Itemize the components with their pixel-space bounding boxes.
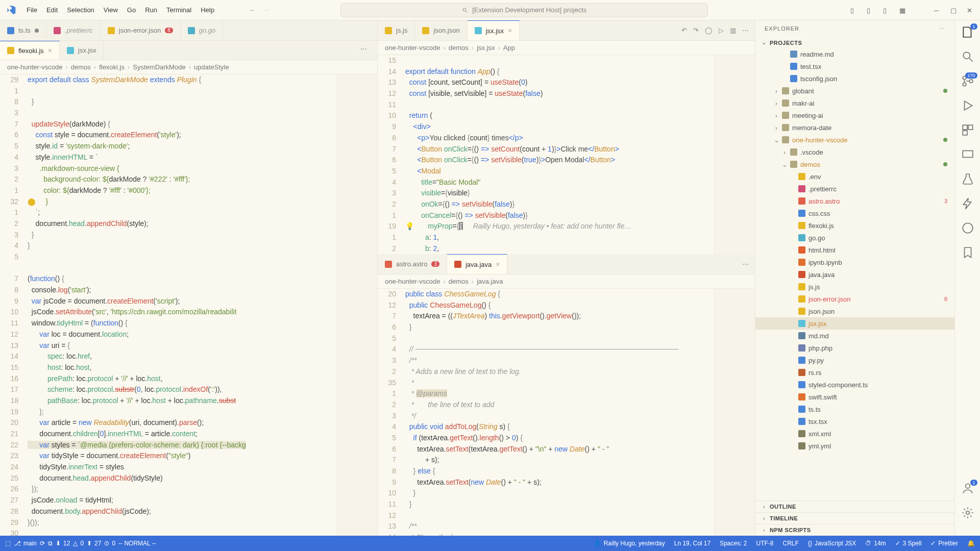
status-item[interactable]: ⧉ [48,540,53,547]
more-icon[interactable]: ⋯ [939,26,945,32]
section-npm-scripts[interactable]: ›NPM SCRIPTS [755,524,954,536]
nav-back-icon[interactable]: ← [249,6,256,14]
tree-item-css-css[interactable]: css.css [755,207,954,219]
tree-item-jsx-jsx[interactable]: jsx.jsx [755,317,954,330]
status-item[interactable]: △0 [73,540,84,547]
code-left[interactable]: export default class SystemDarkMode exte… [23,74,336,536]
menu-help[interactable]: Help [197,4,218,16]
share-icon[interactable] [961,221,974,235]
tree-item-rs-rs[interactable]: rs.rs [755,366,954,379]
breadcrumb-item[interactable]: SystemDarkMode [133,63,185,71]
menu-run[interactable]: Run [141,4,161,16]
tree-item-java-java[interactable]: java.java [755,268,954,281]
tab-astro-astro[interactable]: astro.astro3 [378,254,447,274]
settings-icon[interactable] [961,506,974,519]
breadcrumb-item[interactable]: updateStyle [194,63,229,71]
tree-item-astro-astro[interactable]: astro.astro3 [755,195,954,207]
tab-js-js[interactable]: js.js [378,20,415,40]
tree-item-makr-ai[interactable]: ›makr-ai [755,97,954,109]
account-icon[interactable]: 1 [961,482,974,495]
code-right-top[interactable]: export default function App() { const [c… [401,55,714,254]
breadcrumb-item[interactable]: demos [449,44,469,52]
breadcrumb-item[interactable]: App [503,44,515,52]
menu-go[interactable]: Go [123,4,140,16]
status-item[interactable]: UTF-8 [756,540,774,547]
breadcrumb-item[interactable]: demos [71,63,91,71]
minimize-icon[interactable]: ─ [934,7,941,14]
menu-terminal[interactable]: Terminal [162,4,195,16]
tree-item-one-hunter-vscode[interactable]: ⌄one-hunter-vscode [755,134,954,146]
breadcrumb-item[interactable]: flexoki.js [99,63,125,71]
breadcrumb-item[interactable]: one-hunter-vscode [7,63,62,71]
layout-right-icon[interactable]: ▯ [883,7,890,14]
tree-item--vscode[interactable]: ›.vscode [755,146,954,158]
tree-item-tsx-tsx[interactable]: tsx.tsx [755,415,954,428]
tree-item-globant[interactable]: ›globant [755,85,954,97]
layout-left-icon[interactable]: ▯ [850,7,857,14]
debug-icon[interactable] [961,99,974,112]
minimap-right-top[interactable] [714,55,755,254]
remote-icon[interactable] [961,148,974,161]
close-tab-icon[interactable]: × [48,46,52,55]
split-icon[interactable]: ▥ [730,27,736,34]
editor-right-bot[interactable]: 2012765432351234567891011121314 public c… [378,289,755,536]
status-item[interactable]: ⏱14m [865,540,886,547]
circle-icon[interactable]: ◯ [705,27,713,34]
layout-grid-icon[interactable]: ▦ [899,7,906,14]
tab-flexoki-js[interactable]: flexoki.js× [0,41,60,60]
breadcrumb-right-bot[interactable]: one-hunter-vscode›demos›java.java [378,274,755,289]
close-icon[interactable]: ✕ [967,7,974,14]
status-item[interactable]: ⬚ [5,540,11,547]
section-outline[interactable]: ›OUTLINE [755,500,954,512]
tree-item-php-php[interactable]: php.php [755,342,954,354]
tab-java-java[interactable]: java.java× [447,254,508,274]
status-item[interactable]: {}JavaScript JSX [808,540,856,547]
bookmark-icon[interactable] [961,246,974,259]
breadcrumb-item[interactable]: jsx.jsx [477,44,495,52]
tree-item-json-json[interactable]: json.json [755,305,954,317]
minimap-right-bot[interactable] [714,289,755,536]
breadcrumb-item[interactable]: one-hunter-vscode [385,278,440,285]
more-icon[interactable]: ⋯ [742,27,749,34]
menu-file[interactable]: File [22,4,41,16]
scm-icon[interactable]: 170 [961,74,974,88]
tab-jsx-jsx[interactable]: jsx.jsx× [468,20,520,40]
tree-item--env[interactable]: .env [755,170,954,183]
status-item[interactable]: Spaces: 2 [720,540,747,547]
tab-json-error-json[interactable]: json-error.json8 [101,20,181,40]
project-header[interactable]: ⌄ PROJECTS [755,37,954,48]
more-icon[interactable]: ⋯ [742,260,749,268]
play-icon[interactable]: ▷ [719,27,724,34]
tree-item-js-js[interactable]: js.js [755,281,954,293]
extensions-icon[interactable] [961,123,974,137]
status-item[interactable]: CRLF [783,540,799,547]
tree-item-meeting-ai[interactable]: ›meeting-ai [755,109,954,121]
nav-fwd-icon[interactable]: → [263,6,270,14]
tree-item-md-md[interactable]: md.md [755,330,954,342]
close-tab-icon[interactable]: × [508,27,512,35]
status-item[interactable]: ✓Prettier [930,540,958,547]
tab-go-go[interactable]: go.go [181,20,224,40]
maximize-icon[interactable]: ▢ [950,7,958,14]
breadcrumb-item[interactable]: java.java [477,278,503,285]
status-item[interactable]: ✓3 Spell [895,540,922,547]
minimap-left[interactable] [336,74,377,536]
tree-item--prettierrc[interactable]: .prettierrc [755,183,954,195]
tree-item-go-go[interactable]: go.go [755,232,954,244]
status-item[interactable]: ⎇main [14,540,37,547]
status-item[interactable]: ⟳ [40,540,45,547]
tree-item-memora-date[interactable]: ›memora-date [755,121,954,134]
redo-icon[interactable]: ↷ [693,27,699,34]
files-icon[interactable]: 1 [961,26,974,39]
search-icon[interactable] [961,50,974,63]
tree-item-styled-component-ts[interactable]: styled-component.ts [755,379,954,391]
tree-item-flexoki-js[interactable]: flexoki.js [755,219,954,232]
tree-item-swift-swift[interactable]: swift.swift [755,391,954,403]
breadcrumb-item[interactable]: demos [449,278,469,285]
layout-bottom-icon[interactable]: ▯ [867,7,874,14]
status-item[interactable]: ⬆27 [87,540,101,547]
status-item[interactable]: -- NORMAL -- [118,540,156,547]
breadcrumb-item[interactable]: one-hunter-vscode [385,44,440,52]
status-item[interactable]: Ln 19, Col 17 [674,540,710,547]
status-item[interactable]: ⬇12 [56,540,70,547]
